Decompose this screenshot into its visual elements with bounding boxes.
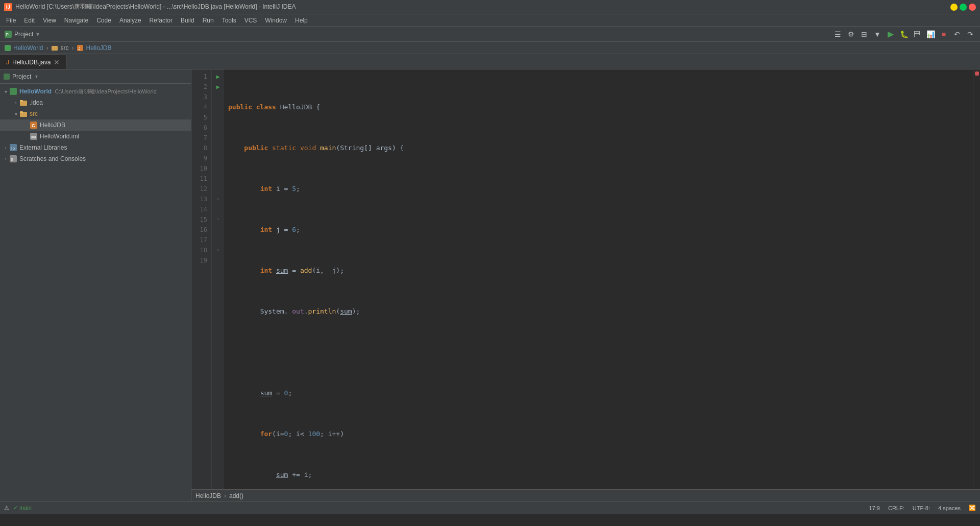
svg-text:J: J bbox=[78, 46, 81, 51]
code-line-5[interactable]: int sum = add(i, j); bbox=[228, 266, 969, 276]
code-line-8[interactable]: sum = 0; bbox=[228, 388, 969, 398]
bottom-breadcrumb-method[interactable]: add() bbox=[229, 492, 243, 499]
menu-run[interactable]: Run bbox=[199, 16, 218, 25]
line-num-11: 11 bbox=[191, 174, 207, 184]
menu-vcs[interactable]: VCS bbox=[240, 16, 261, 25]
menu-window[interactable]: Window bbox=[261, 16, 291, 25]
code-line-7[interactable] bbox=[228, 347, 969, 357]
svg-text:P: P bbox=[6, 32, 9, 37]
run-icon-line-2[interactable]: ▶ bbox=[216, 82, 219, 92]
gutter: ▶ ▶ ◦ ◦ bbox=[212, 69, 224, 489]
project-panel: Project ▾ ▾ HelloWorld C:\Users\唐羽曦\Idea… bbox=[0, 69, 191, 501]
menu-edit[interactable]: Edit bbox=[20, 16, 39, 25]
git-icon[interactable]: 🔀 bbox=[969, 505, 976, 511]
tab-java-icon: J bbox=[6, 59, 9, 66]
run-button[interactable]: ▶ bbox=[885, 29, 896, 40]
menu-analyze[interactable]: Analyze bbox=[115, 16, 145, 25]
tree-item-src[interactable]: ▾ src bbox=[0, 108, 191, 119]
tree-item-ext-libs[interactable]: › lib External Libraries bbox=[0, 142, 191, 153]
method-icon-15[interactable]: ◦ bbox=[216, 214, 219, 225]
collapse-icon[interactable]: ⊟ bbox=[859, 29, 870, 40]
line-num-13: 13 bbox=[191, 194, 207, 204]
run-config-dropdown[interactable]: ▼ bbox=[872, 29, 883, 40]
menu-refactor[interactable]: Refactor bbox=[145, 16, 177, 25]
tree-item-hellojdb[interactable]: › C HelloJDB bbox=[0, 119, 191, 131]
line-num-18: 18 bbox=[191, 245, 207, 255]
svg-rect-9 bbox=[20, 100, 23, 102]
scratches-icon: S bbox=[9, 155, 17, 163]
iml-file-icon: iml bbox=[30, 132, 38, 140]
gutter-line-1[interactable]: ▶ bbox=[213, 71, 223, 82]
close-button[interactable] bbox=[969, 4, 976, 11]
menu-file[interactable]: File bbox=[2, 16, 20, 25]
breadcrumb-helloworld[interactable]: HelloWorld bbox=[13, 44, 43, 52]
menu-view[interactable]: View bbox=[39, 16, 60, 25]
menu-tools[interactable]: Tools bbox=[218, 16, 240, 25]
stop-button[interactable]: ■ bbox=[938, 29, 949, 40]
coverage-button[interactable]: ⛿ bbox=[912, 29, 923, 40]
maximize-button[interactable] bbox=[960, 4, 967, 11]
tab-hellojdb[interactable]: J HelloJDB.java ✕ bbox=[0, 55, 66, 69]
svg-text:lib: lib bbox=[11, 146, 15, 151]
project-panel-header: Project ▾ bbox=[0, 69, 191, 84]
bottom-breadcrumb-class[interactable]: HelloJDB bbox=[195, 492, 221, 499]
svg-rect-2 bbox=[5, 45, 11, 51]
settings-icon[interactable]: ⚙ bbox=[845, 29, 856, 40]
line-num-1: 1 bbox=[191, 71, 207, 82]
code-line-10[interactable]: sum += i; bbox=[228, 470, 969, 480]
svg-rect-11 bbox=[20, 111, 23, 113]
cursor-position[interactable]: 17:9 bbox=[869, 505, 880, 511]
profile-button[interactable]: 📊 bbox=[925, 29, 936, 40]
code-line-1[interactable]: public class HelloJDB { bbox=[228, 102, 969, 112]
run-icon-line-1[interactable]: ▶ bbox=[216, 71, 219, 82]
line-num-8: 8 bbox=[191, 143, 207, 153]
method-end-icon-18[interactable]: ◦ bbox=[216, 245, 219, 255]
tree-label-iml: HelloWorld.iml bbox=[40, 133, 79, 140]
line-num-4: 4 bbox=[191, 102, 207, 112]
tree-item-scratches[interactable]: › S Scratches and Consoles bbox=[0, 153, 191, 164]
vcs-status[interactable]: ✓ main bbox=[13, 505, 32, 511]
tree-item-helloworld[interactable]: ▾ HelloWorld C:\Users\唐羽曦\IdeaProjects\H… bbox=[0, 86, 191, 97]
line-num-5: 5 bbox=[191, 112, 207, 123]
line-ending[interactable]: CRLF: bbox=[888, 505, 904, 511]
code-line-3[interactable]: int i = 5; bbox=[228, 184, 969, 194]
svg-rect-7 bbox=[10, 88, 17, 95]
breadcrumb-hellojdb[interactable]: HelloJDB bbox=[86, 44, 111, 52]
menu-navigate[interactable]: Navigate bbox=[60, 16, 92, 25]
code-line-9[interactable]: for(i=0; i< 100; i++) bbox=[228, 429, 969, 439]
undo-button[interactable]: ↶ bbox=[951, 29, 963, 40]
warning-icon[interactable]: ⚠ bbox=[4, 505, 9, 511]
tab-close-button[interactable]: ✕ bbox=[54, 58, 60, 66]
tree-arrow-ext-libs: › bbox=[2, 145, 9, 151]
gutter-line-13[interactable]: ◦ bbox=[213, 194, 223, 204]
debug-button[interactable]: 🐛 bbox=[898, 29, 910, 40]
panel-icon bbox=[3, 73, 10, 80]
tree-item-idea[interactable]: › .idea bbox=[0, 97, 191, 108]
line-num-14: 14 bbox=[191, 204, 207, 214]
gutter-line-14 bbox=[213, 204, 223, 214]
method-end-icon-13[interactable]: ◦ bbox=[216, 194, 219, 204]
line-num-19: 19 bbox=[191, 255, 207, 266]
bookmark-icon[interactable]: ☰ bbox=[832, 29, 843, 40]
breadcrumb-src[interactable]: src bbox=[60, 44, 68, 52]
code-line-2[interactable]: public static void main(String[] args) { bbox=[228, 143, 969, 153]
gutter-line-15[interactable]: ◦ bbox=[213, 214, 223, 225]
menu-code[interactable]: Code bbox=[92, 16, 115, 25]
gutter-line-2[interactable]: ▶ bbox=[213, 82, 223, 92]
code-editor[interactable]: public class HelloJDB { public static vo… bbox=[224, 69, 973, 489]
gutter-line-18[interactable]: ◦ bbox=[213, 245, 223, 255]
indent-setting[interactable]: 4 spaces bbox=[938, 505, 961, 511]
tree-item-iml[interactable]: › iml HelloWorld.iml bbox=[0, 131, 191, 142]
encoding[interactable]: UTF-8: bbox=[913, 505, 930, 511]
redo-button[interactable]: ↷ bbox=[965, 29, 976, 40]
minimize-button[interactable] bbox=[950, 4, 958, 11]
code-line-6[interactable]: System. out.println(sum); bbox=[228, 306, 969, 317]
project-dropdown-arrow[interactable]: ▾ bbox=[35, 74, 38, 79]
breadcrumb-project[interactable]: Project bbox=[14, 31, 33, 38]
menu-help[interactable]: Help bbox=[291, 16, 312, 25]
menu-build[interactable]: Build bbox=[177, 16, 199, 25]
tree-arrow-scratches: › bbox=[2, 156, 9, 162]
line-num-6: 6 bbox=[191, 123, 207, 133]
code-line-4[interactable]: int j = 6; bbox=[228, 225, 969, 235]
hellojdb-class-icon: J bbox=[77, 44, 84, 52]
